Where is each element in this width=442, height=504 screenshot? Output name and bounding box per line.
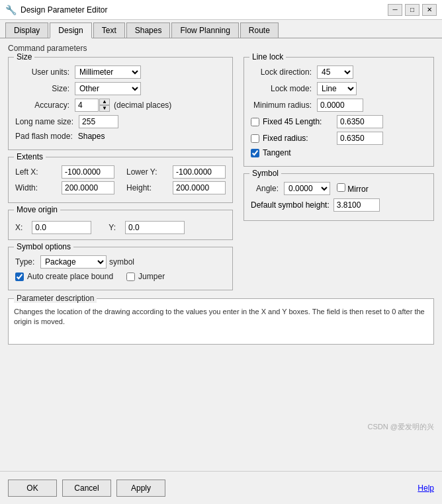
size-row: Size: Other [15, 82, 226, 95]
tab-text[interactable]: Text [93, 22, 125, 38]
left-x-label: Left X: [15, 167, 62, 177]
lock-dir-select[interactable]: 45 [317, 65, 353, 79]
size-group: Size User units: Millimeter Size: Other … [8, 57, 233, 150]
angle-row: Angle: 0.0000 Mirror [251, 182, 427, 195]
fixed-radius-checkbox[interactable] [251, 134, 259, 143]
app-icon: 🔧 [5, 5, 17, 15]
long-name-input[interactable]: 255 [79, 115, 118, 128]
symbol-group: Symbol Angle: 0.0000 Mirror Default symb… [243, 173, 434, 221]
lock-mode-row: Lock mode: Line [251, 82, 427, 95]
accuracy-input[interactable]: 4 [75, 99, 99, 112]
fixed45-input[interactable]: 0.6350 [337, 115, 383, 128]
line-lock-title: Line lock [249, 52, 286, 62]
x-label: X: [15, 223, 22, 232]
tab-flow-planning[interactable]: Flow Planning [171, 22, 238, 38]
left-x-field: Left X: -100.0000 [15, 165, 114, 179]
tangent-label: Tangent [263, 148, 291, 157]
jumper-row: Jumper [126, 272, 165, 281]
right-column: Line lock Lock direction: 45 Lock mode: … [243, 57, 434, 297]
lower-y-input[interactable]: -100.0000 [173, 165, 226, 179]
move-origin-group: Move origin X: 0.0 Y: 0.0 [8, 210, 233, 240]
user-units-label: User units: [15, 67, 75, 77]
default-height-row: Default symbol height: 3.8100 [251, 198, 427, 212]
type-select[interactable]: Package [40, 255, 107, 269]
auto-create-checkbox[interactable] [15, 273, 24, 281]
long-name-row: Long name size: 255 [15, 115, 226, 128]
pad-flash-row: Pad flash mode: Shapes [15, 132, 226, 141]
apply-button[interactable]: Apply [116, 480, 165, 497]
lock-dir-row: Lock direction: 45 [251, 65, 427, 79]
long-name-label: Long name size: [15, 117, 79, 126]
minimize-button[interactable]: ─ [388, 4, 402, 16]
line-lock-group: Line lock Lock direction: 45 Lock mode: … [243, 57, 434, 167]
min-radius-row: Minimum radius: 0.0000 [251, 99, 427, 112]
ok-button[interactable]: OK [8, 480, 57, 497]
fixed-radius-row: Fixed radius: 0.6350 [251, 132, 427, 145]
auto-create-label: Auto create place bound [27, 272, 113, 281]
y-label: Y: [109, 223, 116, 232]
min-radius-input[interactable]: 0.0000 [317, 99, 363, 112]
window-controls[interactable]: ─ □ ✕ [388, 4, 437, 16]
lock-mode-label: Lock mode: [251, 84, 317, 93]
symbol-label: symbol [109, 257, 134, 267]
fixed45-checkbox[interactable] [251, 118, 259, 126]
extents-group: Extents Left X: -100.0000 Lower Y: -100.… [8, 157, 233, 203]
default-height-input[interactable]: 3.8100 [333, 198, 380, 212]
tab-bar: Display Design Text Shapes Flow Planning… [0, 20, 442, 38]
width-label: Width: [15, 183, 62, 192]
spinner-down[interactable]: ▼ [99, 105, 110, 112]
symbol-options-title: Symbol options [14, 242, 73, 251]
auto-create-row: Auto create place bound [15, 272, 113, 281]
default-height-label: Default symbol height: [251, 200, 330, 210]
spinner-up[interactable]: ▲ [99, 99, 110, 105]
bottom-bar: OK Cancel Apply Help [0, 471, 442, 504]
accuracy-row: Accuracy: 4 ▲ ▼ (decimal places) [15, 99, 226, 112]
type-label: Type: [15, 257, 40, 267]
jumper-label: Jumper [138, 272, 165, 281]
left-x-input[interactable]: -100.0000 [62, 165, 114, 179]
size-select[interactable]: Other [75, 82, 141, 95]
symbol-options-group: Symbol options Type: Package symbol Auto… [8, 247, 233, 290]
jumper-checkbox[interactable] [126, 273, 135, 281]
tab-route[interactable]: Route [240, 22, 279, 38]
user-units-select[interactable]: Millimeter [75, 65, 141, 79]
height-input[interactable]: 200.0000 [173, 181, 226, 194]
tangent-checkbox[interactable] [251, 149, 259, 157]
type-row: Type: Package symbol [15, 255, 226, 269]
accuracy-label: Accuracy: [15, 101, 75, 110]
help-link[interactable]: Help [418, 483, 434, 493]
title-bar: 🔧 Design Parameter Editor ─ □ ✕ [0, 0, 442, 20]
lock-mode-select[interactable]: Line [317, 82, 357, 95]
user-units-row: User units: Millimeter [15, 65, 226, 79]
param-desc-title: Parameter description [14, 294, 97, 303]
left-column: Size User units: Millimeter Size: Other … [8, 57, 233, 297]
extents-row-1: Left X: -100.0000 Lower Y: -100.0000 [15, 165, 226, 179]
fixed45-label: Fixed 45 Length: [263, 117, 334, 126]
maximize-button[interactable]: □ [405, 4, 420, 16]
main-content: Command parameters Size User units: Mill… [0, 38, 442, 468]
tab-design[interactable]: Design [50, 22, 91, 38]
cancel-button[interactable]: Cancel [62, 480, 111, 497]
height-label: Height: [126, 183, 173, 192]
size-label: Size: [15, 84, 75, 93]
pad-flash-value: Shapes [78, 132, 105, 141]
angle-select[interactable]: 0.0000 [284, 182, 330, 195]
decimal-label: (decimal places) [114, 101, 171, 110]
close-button[interactable]: ✕ [422, 4, 437, 16]
command-params-label: Command parameters [8, 44, 434, 53]
tab-shapes[interactable]: Shapes [126, 22, 171, 38]
mirror-checkbox[interactable] [337, 183, 345, 192]
accuracy-spinner: 4 ▲ ▼ [75, 99, 110, 112]
width-input[interactable]: 200.0000 [62, 181, 114, 194]
y-input[interactable]: 0.0 [125, 221, 185, 234]
mirror-label: Mirror [347, 185, 368, 194]
tangent-row: Tangent [251, 148, 427, 157]
mirror-row: Mirror [337, 183, 369, 194]
tab-display[interactable]: Display [5, 22, 48, 38]
symbol-options-checks: Auto create place bound Jumper [15, 272, 226, 284]
param-desc-box: Parameter description Changes the locati… [8, 298, 434, 345]
x-input[interactable]: 0.0 [32, 221, 91, 234]
fixed-radius-input[interactable]: 0.6350 [337, 132, 383, 145]
param-desc-text: Changes the location of the drawing acco… [14, 308, 425, 325]
fixed45-row: Fixed 45 Length: 0.6350 [251, 115, 427, 128]
